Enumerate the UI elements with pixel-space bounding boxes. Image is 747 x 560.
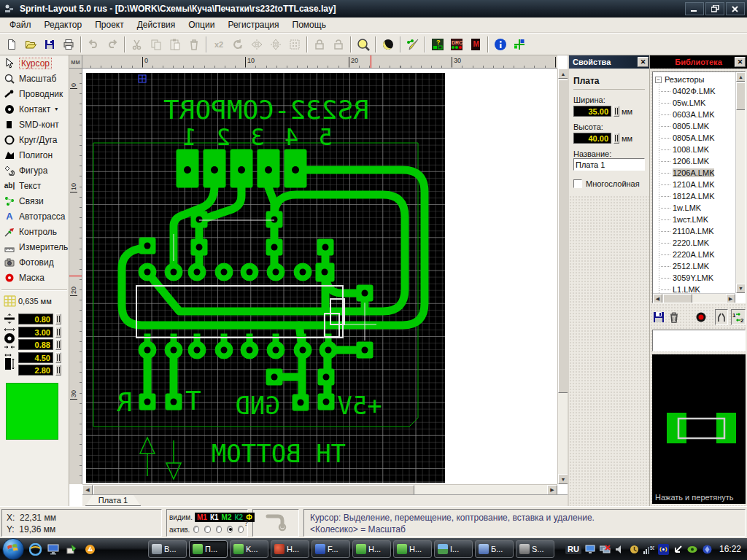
tool-mask[interactable]: Маска xyxy=(0,270,69,285)
board-name-input[interactable] xyxy=(573,158,645,171)
layer-m2[interactable]: М2 xyxy=(222,513,232,521)
library-swap-layers-toggle[interactable]: 1 2 xyxy=(731,309,746,325)
active-layer-radio-k2[interactable] xyxy=(227,526,233,533)
library-item[interactable]: 2220A.LMK xyxy=(655,249,735,260)
task-button[interactable]: H... xyxy=(393,540,432,558)
library-item[interactable]: 05w.LMK xyxy=(655,97,735,109)
multilayer-checkbox[interactable] xyxy=(573,179,582,188)
task-button[interactable]: Б... xyxy=(475,540,514,558)
task-button[interactable]: F... xyxy=(311,540,350,558)
menu-registration[interactable]: Регистрация xyxy=(221,18,285,32)
library-item[interactable]: 2220.LMK xyxy=(655,237,735,249)
library-delete-icon[interactable] xyxy=(667,309,680,325)
smd-width-field[interactable]: 4.50 xyxy=(18,352,53,363)
quicklaunch-browser-icon[interactable] xyxy=(28,542,42,556)
tool-measure[interactable]: Измеритель xyxy=(0,239,69,254)
tool-photoview[interactable]: Фотовид xyxy=(0,254,69,270)
clock[interactable]: 16:22 xyxy=(719,544,741,554)
library-item[interactable]: 1w.LMK xyxy=(655,202,735,214)
library-root[interactable]: − Резисторы xyxy=(655,74,735,85)
scroll-down-icon[interactable]: ▼ xyxy=(558,474,568,484)
vertical-scroll-thumb[interactable] xyxy=(558,79,568,393)
library-item[interactable]: 1wст.LMK xyxy=(655,214,735,225)
active-layer-radio-k1[interactable] xyxy=(204,526,210,533)
menu-actions[interactable]: Действия xyxy=(131,18,182,32)
wireless-tray-icon[interactable] xyxy=(658,544,669,555)
pad-outer-field[interactable]: 3.00 xyxy=(18,327,53,338)
task-button[interactable]: B... xyxy=(148,540,187,558)
library-item[interactable]: 1812A.LMK xyxy=(655,190,735,202)
library-close-icon[interactable]: ✕ xyxy=(735,57,746,67)
layer-help-icon[interactable]: ? xyxy=(244,519,248,527)
restore-button[interactable] xyxy=(705,2,724,15)
library-item[interactable]: 0805.LMK xyxy=(655,120,735,132)
menu-help[interactable]: Помощь xyxy=(286,18,333,32)
library-item[interactable]: 2512.LMK xyxy=(655,260,735,272)
pad-hole-field[interactable]: 0.88 xyxy=(18,339,53,350)
menu-file[interactable]: Файл xyxy=(3,18,38,32)
vertical-scrollbar[interactable]: ▲ ▼ xyxy=(557,69,568,484)
tool-zoom[interactable]: Масштаб xyxy=(0,71,69,86)
library-item-selected[interactable]: 1206A.LMK xyxy=(655,167,735,179)
library-scroll-right-icon[interactable]: ▶ xyxy=(726,294,735,303)
quicklaunch-antivirus-icon[interactable] xyxy=(82,542,97,556)
track-mode-indicator[interactable] xyxy=(252,509,299,537)
tool-connections[interactable]: Связи xyxy=(0,193,69,209)
library-vertical-scrollbar[interactable]: ▲ ▼ xyxy=(735,72,745,293)
library-horizontal-scrollbar[interactable]: ◀ ▶ xyxy=(653,293,735,303)
layer-k2[interactable]: К2 xyxy=(234,513,243,521)
gpu-tray-icon[interactable] xyxy=(687,544,698,555)
board-height-field[interactable]: 40.00 xyxy=(573,133,611,144)
autoroute-icon[interactable] xyxy=(403,35,422,53)
board-height-spinner[interactable] xyxy=(614,133,619,144)
menu-project[interactable]: Проект xyxy=(88,18,131,32)
layer-k1[interactable]: К1 xyxy=(210,513,219,521)
tool-pad[interactable]: Контакт ▾ xyxy=(0,101,69,117)
quicklaunch-desktop-icon[interactable] xyxy=(46,542,61,556)
save-icon[interactable] xyxy=(40,35,59,53)
board-width-field[interactable]: 35.00 xyxy=(573,106,611,117)
smd-width-spinner[interactable] xyxy=(55,352,61,363)
language-indicator[interactable]: RU xyxy=(565,544,581,554)
library-item[interactable]: 1210A.LMK xyxy=(655,179,735,190)
tool-circle[interactable]: Круг/Дуга xyxy=(0,132,69,147)
library-tracks-toggle[interactable] xyxy=(715,309,728,325)
task-button[interactable]: K... xyxy=(230,540,268,558)
network-error-tray-icon[interactable] xyxy=(600,544,611,555)
task-button[interactable]: I... xyxy=(434,540,473,558)
print-icon[interactable] xyxy=(59,35,78,53)
tool-autoroute[interactable]: A Автотрасса xyxy=(0,209,69,224)
open-file-icon[interactable] xyxy=(21,35,40,53)
snap-origin-icon[interactable] xyxy=(510,35,529,53)
display-tray-icon[interactable] xyxy=(585,544,596,555)
board-tab[interactable]: Плата 1 xyxy=(85,495,141,506)
active-layer-radio-f[interactable] xyxy=(238,526,244,533)
pad-outer-spinner[interactable] xyxy=(55,327,61,338)
board-width-spinner[interactable] xyxy=(614,106,619,117)
pcb-board[interactable]: RS232-COMPORT 5 4 3 2 1 R T GND +5V TH B… xyxy=(86,73,445,483)
macro-icon[interactable]: M xyxy=(466,35,485,53)
layer-m1[interactable]: М1 xyxy=(197,513,207,521)
grid-setting[interactable]: 0,635 мм xyxy=(0,295,69,307)
library-item[interactable]: 0402Ф.LMK xyxy=(655,85,735,97)
pcb-drawing[interactable]: RS232-COMPORT 5 4 3 2 1 R T GND +5V TH B… xyxy=(86,73,445,483)
library-item[interactable]: L1.LMK xyxy=(655,284,735,293)
scroll-left-icon[interactable]: ◀ xyxy=(82,485,93,495)
library-item[interactable]: 1008.LMK xyxy=(655,144,735,155)
drc-icon[interactable]: DRC xyxy=(447,35,466,53)
tool-cursor[interactable]: Курсор xyxy=(0,55,69,71)
library-item[interactable]: 0603A.LMK xyxy=(655,109,735,120)
contrast-icon[interactable] xyxy=(379,35,398,53)
library-save-icon[interactable] xyxy=(652,309,665,325)
tool-test[interactable]: Контроль xyxy=(0,224,69,239)
smd-height-spinner[interactable] xyxy=(55,365,61,376)
horizontal-scrollbar[interactable]: ◀ ▶ xyxy=(82,484,557,494)
library-scroll-left-icon[interactable]: ◀ xyxy=(653,294,662,303)
smd-height-field[interactable]: 2.80 xyxy=(18,365,53,376)
layer-color-swatch[interactable] xyxy=(6,383,58,440)
tool-smd-pad[interactable]: SMD-конт xyxy=(0,117,69,132)
task-button[interactable]: H... xyxy=(352,540,391,558)
tool-conductor[interactable]: Проводник xyxy=(0,86,69,101)
active-layer-radio-m2[interactable] xyxy=(216,526,222,533)
tool-polygon[interactable]: Полигон xyxy=(0,147,69,163)
